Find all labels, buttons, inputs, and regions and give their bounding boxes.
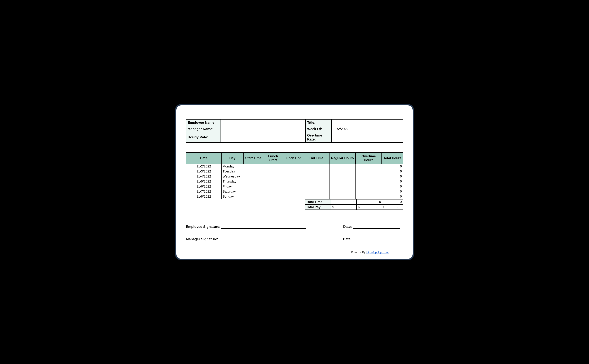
cell-regular-hours[interactable] — [329, 184, 355, 189]
cell-day: Friday — [221, 184, 243, 189]
cell-regular-hours[interactable] — [329, 189, 355, 194]
cell-lunch-start[interactable] — [263, 194, 283, 199]
employee-date-label: Date: — [343, 225, 352, 229]
manager-date-label: Date: — [343, 237, 352, 241]
cell-overtime-hours[interactable] — [355, 194, 382, 199]
cell-overtime-hours[interactable] — [355, 174, 382, 179]
cell-lunch-end[interactable] — [283, 164, 303, 169]
table-header-row: Date Day Start Time Lunch Start Lunch En… — [186, 152, 403, 164]
total-time-total: 0 — [382, 199, 403, 204]
cell-lunch-end[interactable] — [283, 174, 303, 179]
cell-total-hours: 0 — [382, 174, 403, 179]
header-total-hours: Total Hours — [382, 152, 403, 164]
total-pay-total: $ - — [382, 204, 403, 210]
cell-regular-hours[interactable] — [329, 174, 355, 179]
manager-name-label: Manager Name: — [186, 126, 221, 132]
overtime-rate-value[interactable] — [332, 132, 403, 143]
cell-start-time[interactable] — [243, 174, 263, 179]
employee-name-value[interactable] — [221, 119, 306, 126]
timesheet-table: Date Day Start Time Lunch Start Lunch En… — [186, 152, 403, 199]
employee-info-table: Employee Name: Title: Manager Name: Week… — [186, 119, 403, 143]
cell-day: Saturday — [221, 189, 243, 194]
signatures-section: Employee Signature: Date: Manager Signat… — [186, 225, 403, 241]
totals-table: Total Time 0 0 0 Total Pay $ - $ - $ - — [305, 199, 403, 210]
hourly-rate-value[interactable] — [221, 132, 306, 143]
total-time-row: Total Time 0 0 0 — [305, 199, 403, 204]
cell-end-time[interactable] — [303, 174, 329, 179]
cell-total-hours: 0 — [382, 179, 403, 184]
apploye-link[interactable]: https://apploye.com/ — [366, 251, 389, 254]
employee-name-label: Employee Name: — [186, 119, 221, 126]
cell-end-time[interactable] — [303, 179, 329, 184]
header-lunch-start: Lunch Start — [263, 152, 283, 164]
overtime-rate-label: Overtime Rate: — [306, 132, 332, 143]
week-of-value[interactable]: 11/2/2022 — [332, 126, 403, 132]
manager-date-line[interactable] — [353, 237, 400, 241]
header-overtime-hours: Overtime Hours — [355, 152, 382, 164]
manager-signature-line[interactable] — [219, 237, 306, 241]
table-row: 11/5/2022Thursday0 — [186, 179, 403, 184]
cell-date: 11/3/2022 — [186, 169, 221, 174]
cell-end-time[interactable] — [303, 194, 329, 199]
cell-regular-hours[interactable] — [329, 169, 355, 174]
cell-end-time[interactable] — [303, 169, 329, 174]
cell-end-time[interactable] — [303, 164, 329, 169]
cell-lunch-end[interactable] — [283, 179, 303, 184]
total-time-overtime: 0 — [356, 199, 382, 204]
cell-end-time[interactable] — [303, 184, 329, 189]
hourly-rate-label: Hourly Rate: — [186, 132, 221, 143]
footer: Powered By https://apploye.com/ — [186, 251, 403, 254]
cell-lunch-start[interactable] — [263, 169, 283, 174]
cell-lunch-start[interactable] — [263, 174, 283, 179]
manager-signature-label: Manager Signature: — [186, 237, 218, 241]
cell-date: 11/8/2022 — [186, 194, 221, 199]
employee-signature-label: Employee Signature: — [186, 225, 220, 229]
cell-lunch-start[interactable] — [263, 189, 283, 194]
cell-start-time[interactable] — [243, 189, 263, 194]
manager-signature-row: Manager Signature: Date: — [186, 237, 403, 241]
cell-total-hours: 0 — [382, 164, 403, 169]
table-row: 11/6/2022Friday0 — [186, 184, 403, 189]
cell-regular-hours[interactable] — [329, 164, 355, 169]
cell-overtime-hours[interactable] — [355, 179, 382, 184]
employee-signature-line[interactable] — [221, 225, 306, 229]
cell-day: Tuesday — [221, 169, 243, 174]
table-row: 11/3/2022Tuesday0 — [186, 169, 403, 174]
employee-date-line[interactable] — [353, 225, 400, 229]
header-date: Date — [186, 152, 221, 164]
cell-lunch-end[interactable] — [283, 189, 303, 194]
table-row: 11/7/2022Saturday0 — [186, 189, 403, 194]
cell-date: 11/6/2022 — [186, 184, 221, 189]
table-row: 11/8/2022Sunday0 — [186, 194, 403, 199]
manager-name-value[interactable] — [221, 126, 306, 132]
title-value[interactable] — [332, 119, 403, 126]
powered-by-text: Powered By — [351, 251, 366, 254]
cell-regular-hours[interactable] — [329, 194, 355, 199]
cell-start-time[interactable] — [243, 164, 263, 169]
cell-lunch-end[interactable] — [283, 184, 303, 189]
cell-start-time[interactable] — [243, 179, 263, 184]
cell-start-time[interactable] — [243, 194, 263, 199]
cell-total-hours: 0 — [382, 189, 403, 194]
cell-total-hours: 0 — [382, 169, 403, 174]
cell-start-time[interactable] — [243, 169, 263, 174]
cell-date: 11/4/2022 — [186, 174, 221, 179]
cell-date: 11/7/2022 — [186, 189, 221, 194]
cell-regular-hours[interactable] — [329, 179, 355, 184]
cell-day: Wednesday — [221, 174, 243, 179]
cell-overtime-hours[interactable] — [355, 184, 382, 189]
cell-lunch-start[interactable] — [263, 179, 283, 184]
cell-lunch-end[interactable] — [283, 194, 303, 199]
cell-lunch-start[interactable] — [263, 184, 283, 189]
timesheet-document: Employee Name: Title: Manager Name: Week… — [175, 104, 414, 260]
cell-lunch-start[interactable] — [263, 164, 283, 169]
cell-overtime-hours[interactable] — [355, 189, 382, 194]
cell-lunch-end[interactable] — [283, 169, 303, 174]
cell-day: Thursday — [221, 179, 243, 184]
total-time-label: Total Time — [305, 199, 331, 204]
cell-overtime-hours[interactable] — [355, 164, 382, 169]
header-end-time: End Time — [303, 152, 329, 164]
cell-start-time[interactable] — [243, 184, 263, 189]
cell-overtime-hours[interactable] — [355, 169, 382, 174]
cell-end-time[interactable] — [303, 189, 329, 194]
